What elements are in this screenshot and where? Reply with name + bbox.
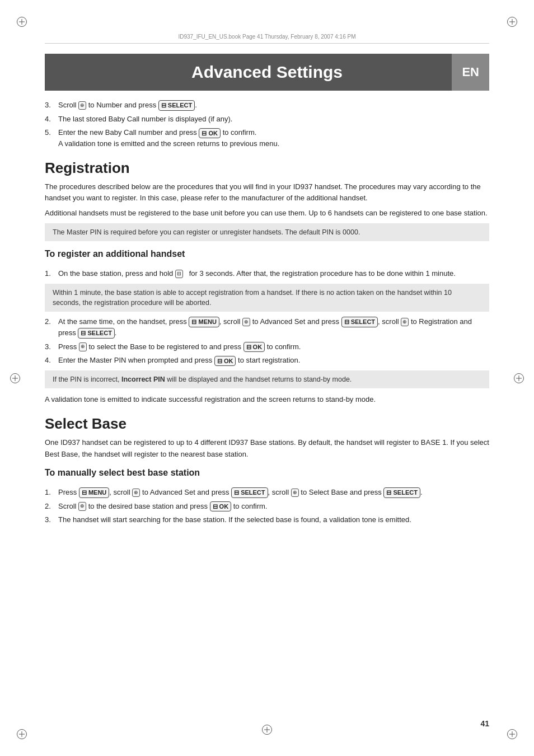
select-btn-3: ⊟ SELECT xyxy=(78,328,114,339)
scroll-icon-2: ⊕ xyxy=(242,318,250,327)
page-title: Advanced Settings xyxy=(191,63,343,82)
registration-note1: The Master PIN is required before you ca… xyxy=(45,223,489,241)
select-base-step-1: 1. Press ⊟ MENU, scroll ⊕ to Advanced Se… xyxy=(45,487,489,498)
side-cross-right xyxy=(514,373,524,383)
corner-mark-tr xyxy=(507,17,517,27)
intro-steps-list: 3. Scroll ⊕ to Number and press ⊟ SELECT… xyxy=(45,100,489,149)
select-btn-5: ⊟ SELECT xyxy=(383,487,420,498)
select-base-step-2: 2. Scroll ⊕ to the desired base station … xyxy=(45,501,489,512)
registration-body2: Additional handsets must be registered t… xyxy=(45,208,489,219)
registration-final: A validation tone is emitted to indicate… xyxy=(45,394,489,405)
registration-body1: The procedures described below are the p… xyxy=(45,181,489,204)
select-base-steps: 1. Press ⊟ MENU, scroll ⊕ to Advanced Se… xyxy=(45,487,489,525)
file-info: ID937_IFU_EN_US.book Page 41 Thursday, F… xyxy=(45,34,489,44)
scroll-icon-3: ⊕ xyxy=(401,318,409,327)
scroll-icon-5: ⊕ xyxy=(132,489,140,497)
registration-note3: If the PIN is incorrect, Incorrect PIN w… xyxy=(45,370,489,388)
page-number: 41 xyxy=(480,719,489,728)
select-btn-2: ⊟ SELECT xyxy=(341,317,378,327)
register-handset-subtitle: To register an additional handset xyxy=(45,249,489,259)
page: ID937_IFU_EN_US.book Page 41 Thursday, F… xyxy=(0,0,534,756)
reg-step-2: 2. At the same time, on the handset, pre… xyxy=(45,316,489,339)
scroll-icon-6: ⊕ xyxy=(291,489,299,497)
base-press-icon: ⊟ xyxy=(175,270,183,279)
registration-section: Registration The procedures described be… xyxy=(45,159,489,406)
reg-step-3: 3. Press ⊕ to select the Base to be regi… xyxy=(45,341,489,353)
register-handset-steps: 1. On the base station, press and hold ⊟… xyxy=(45,268,489,279)
intro-step-3: 3. Scroll ⊕ to Number and press ⊟ SELECT… xyxy=(45,100,489,111)
corner-mark-tl xyxy=(17,17,27,27)
registration-note2: Within 1 minute, the base station is abl… xyxy=(45,284,489,312)
registration-title: Registration xyxy=(45,159,489,177)
intro-step-5: 5. Enter the new Baby Call number and pr… xyxy=(45,127,489,149)
select-base-body1: One ID937 handset can be registered to u… xyxy=(45,437,489,459)
ok-btn-1: ⊟ OK xyxy=(243,342,265,353)
menu-btn-2: ⊟ MENU xyxy=(79,487,109,498)
bottom-center-cross xyxy=(262,725,272,735)
intro-step-4: 4. The last stored Baby Call number is d… xyxy=(45,114,489,125)
select-btn-1: ⊟ SELECT xyxy=(158,100,195,111)
select-base-section: Select Base One ID937 handset can be reg… xyxy=(45,415,489,525)
select-btn-4: ⊟ SELECT xyxy=(231,487,268,498)
ok-btn-2: ⊟ OK xyxy=(214,356,236,367)
side-cross-left xyxy=(10,373,20,383)
ok-btn-3: ⊟ OK xyxy=(210,501,232,512)
ok-btn-0: ⊟ OK xyxy=(199,128,221,139)
scroll-icon-1: ⊕ xyxy=(78,101,86,110)
corner-mark-br xyxy=(507,729,517,739)
corner-mark-bl xyxy=(17,729,27,739)
scroll-icon-7: ⊕ xyxy=(78,502,86,511)
en-badge: EN xyxy=(452,54,489,91)
scroll-icon-4: ⊕ xyxy=(79,342,87,351)
register-handset-steps-2: 2. At the same time, on the handset, pre… xyxy=(45,316,489,366)
menu-btn-1: ⊟ MENU xyxy=(189,317,219,327)
select-base-title: Select Base xyxy=(45,415,489,433)
reg-step-4: 4. Enter the Master PIN when prompted an… xyxy=(45,355,489,366)
select-base-step-3: 3. The handset will start searching for … xyxy=(45,514,489,525)
reg-step-1: 1. On the base station, press and hold ⊟… xyxy=(45,268,489,279)
title-header: Advanced Settings EN xyxy=(45,54,489,91)
select-best-base-subtitle: To manually select best base station xyxy=(45,468,489,478)
